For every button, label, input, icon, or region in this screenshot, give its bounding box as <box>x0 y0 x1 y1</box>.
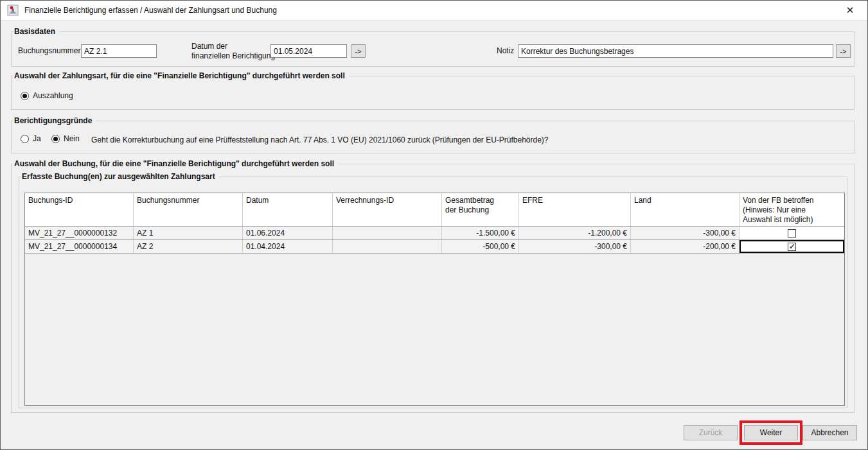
radio-option-nein[interactable]: Nein <box>51 134 80 143</box>
datum-picker-button[interactable]: -> <box>351 44 366 58</box>
cell-verrechnungs-id[interactable] <box>333 227 442 239</box>
cell-datum[interactable]: 01.06.2024 <box>243 227 333 239</box>
weiter-button[interactable]: Weiter <box>744 425 798 440</box>
close-icon[interactable]: ✕ <box>839 1 861 21</box>
berichtigung-question-text: Geht die Korrekturbuchung auf eine Prüff… <box>91 135 549 144</box>
nein-radio-icon[interactable] <box>51 135 60 143</box>
groupbox-berichtigungsgruende-title: Berichtigungsgründe <box>13 116 96 125</box>
datum-label: Datum der finanziellen Berichtigung <box>191 42 275 61</box>
column-header-efre[interactable]: EFRE <box>519 193 631 226</box>
ja-radio-icon[interactable] <box>21 135 29 143</box>
cell-verrechnungs-id[interactable] <box>333 240 442 253</box>
zurueck-button[interactable]: Zurück <box>684 425 738 440</box>
table-row[interactable]: MV_21_27__0000000132 AZ 1 01.06.2024 -1.… <box>25 227 844 240</box>
dialog-window: Finanzielle Berichtigung erfassen / Ausw… <box>0 0 868 450</box>
cell-gesamtbetrag[interactable]: -1.500,00 € <box>442 227 519 239</box>
groupbox-erfasste-buchungen: Erfasste Buchung(en) zur ausgewählten Za… <box>19 177 847 408</box>
window-title: Finanzielle Berichtigung erfassen / Ausw… <box>24 6 277 15</box>
column-header-land[interactable]: Land <box>631 193 740 226</box>
bookings-table: Buchungs-ID Buchungsnummer Datum Verrech… <box>24 193 845 406</box>
fb-betroffen-checkbox[interactable] <box>788 229 796 238</box>
cell-buchungs-id[interactable]: MV_21_27__0000000134 <box>25 240 134 253</box>
notiz-label: Notiz <box>497 46 514 55</box>
groupbox-berichtigungsgruende: Berichtigungsgründe Ja Nein Geht die Kor… <box>11 121 855 153</box>
table-row[interactable]: MV_21_27__0000000134 AZ 2 01.04.2024 -50… <box>25 240 844 254</box>
groupbox-buchung-auswahl: Auswahl der Buchung, für die eine "Finan… <box>11 164 855 413</box>
groupbox-zahlungsart: Auswahl der Zahlungsart, für die eine "F… <box>11 76 855 110</box>
app-icon <box>7 4 19 16</box>
auszahlung-radio-icon[interactable] <box>21 92 29 100</box>
groupbox-basisdaten: Basisdaten Buchungsnummer Datum der fina… <box>11 31 855 67</box>
cell-land[interactable]: -300,00 € <box>631 227 740 239</box>
auszahlung-radio-label: Auszahlung <box>33 91 73 100</box>
column-header-buchungs-id[interactable]: Buchungs-ID <box>25 193 134 226</box>
groupbox-erfasste-buchungen-title: Erfasste Buchung(en) zur ausgewählten Za… <box>21 172 219 181</box>
notiz-input[interactable] <box>518 44 833 58</box>
cell-efre[interactable]: -1.200,00 € <box>519 227 631 239</box>
groupbox-zahlungsart-title: Auswahl der Zahlungsart, für die eine "F… <box>13 71 349 80</box>
cell-gesamtbetrag[interactable]: -500,00 € <box>442 240 519 253</box>
weiter-highlight-annotation: Weiter <box>740 420 802 445</box>
column-header-verrechnungs-id[interactable]: Verrechnungs-ID <box>333 193 442 226</box>
groupbox-buchung-auswahl-title: Auswahl der Buchung, für die eine "Finan… <box>13 159 338 168</box>
cell-buchungsnummer[interactable]: AZ 2 <box>134 240 243 253</box>
cell-buchungsnummer[interactable]: AZ 1 <box>134 227 243 239</box>
cell-land[interactable]: -200,00 € <box>631 240 740 253</box>
radio-option-ja[interactable]: Ja <box>21 134 41 143</box>
radio-option-auszahlung[interactable]: Auszahlung <box>21 91 73 100</box>
cell-datum[interactable]: 01.04.2024 <box>243 240 333 253</box>
cell-buchungs-id[interactable]: MV_21_27__0000000132 <box>25 227 134 239</box>
abbrechen-button[interactable]: Abbrechen <box>802 425 857 440</box>
titlebar: Finanzielle Berichtigung erfassen / Ausw… <box>1 1 867 21</box>
cell-fb-betroffen[interactable] <box>740 227 844 239</box>
buchungsnummer-input[interactable] <box>81 44 157 58</box>
buchungsnummer-label: Buchungsnummer <box>18 46 80 55</box>
column-header-fb-betroffen[interactable]: Von der FB betroffen (Hinweis: Nur eine … <box>740 193 844 226</box>
notiz-expand-button[interactable]: -> <box>836 44 851 58</box>
cell-efre[interactable]: -300,00 € <box>519 240 631 253</box>
fb-betroffen-checkbox[interactable] <box>788 243 796 251</box>
ja-radio-label: Ja <box>33 134 41 143</box>
column-header-datum[interactable]: Datum <box>243 193 333 226</box>
column-header-buchungsnummer[interactable]: Buchungsnummer <box>134 193 243 226</box>
groupbox-basisdaten-title: Basisdaten <box>13 27 59 36</box>
column-header-gesamtbetrag[interactable]: Gesamtbetrag der Buchung <box>442 193 519 226</box>
cell-fb-betroffen-selected[interactable] <box>740 240 844 253</box>
datum-input[interactable] <box>270 44 347 58</box>
table-header-row: Buchungs-ID Buchungsnummer Datum Verrech… <box>25 193 844 227</box>
nein-radio-label: Nein <box>64 134 80 143</box>
